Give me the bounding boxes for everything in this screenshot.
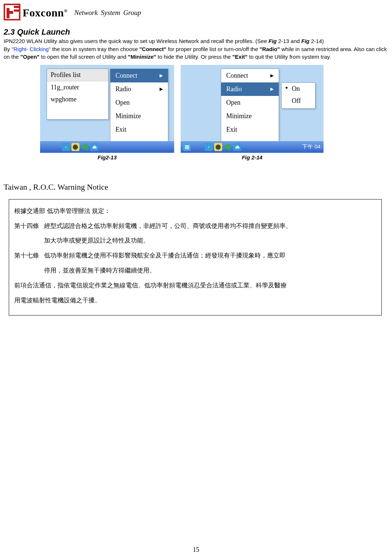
- notice-intro: 根據交通部 低功率管理辦法 規定：: [14, 204, 376, 219]
- profiles-list-header: Profiles list: [47, 69, 108, 81]
- menu-connect[interactable]: Connect ▶: [110, 69, 168, 82]
- svg-rect-2: [14, 9, 19, 12]
- svg-rect-1: [14, 6, 19, 8]
- figure-2-13: Profiles list 11g_router wpghome Connect…: [40, 65, 174, 153]
- taskbar: ‹ ⬤ ⏏: [40, 141, 174, 153]
- profile-item[interactable]: 11g_router: [47, 81, 108, 93]
- notice-tail-2: 用電波輻射性電機設備之干擾。: [14, 293, 376, 308]
- brand-subtitle: Network System Group: [74, 9, 141, 17]
- chevron-right-icon: ▶: [270, 73, 274, 78]
- chevron-right-icon: ▶: [270, 86, 274, 92]
- tray-eject-icon[interactable]: ⏏: [90, 143, 98, 151]
- chevron-right-icon: ▶: [160, 73, 163, 78]
- brand-name: Foxconn®: [23, 7, 68, 19]
- radio-off-option[interactable]: Off: [282, 95, 315, 107]
- tray-back-icon[interactable]: ‹: [62, 143, 70, 151]
- page-number: 15: [0, 546, 392, 554]
- profile-item[interactable]: wpghome: [47, 93, 108, 105]
- tray-app-icon[interactable]: ▦: [183, 143, 191, 151]
- menu-connect[interactable]: Connect ▶: [221, 69, 279, 82]
- figure-caption: Fig2-13: [98, 154, 117, 160]
- tray-signal-icon[interactable]: [81, 143, 89, 151]
- tray-signal-icon[interactable]: [224, 143, 232, 151]
- taskbar: ▦ ‹ ⬤ ⏏ 下午 04:: [181, 141, 324, 153]
- foxconn-logo-icon: [4, 4, 20, 22]
- section-title: 2.3 Quick Launch: [4, 27, 388, 37]
- figure-2-14: Connect ▶ Radio ▶ Open Minimize Exit On …: [181, 65, 324, 153]
- menu-open[interactable]: Open: [110, 96, 168, 109]
- brand-header: Foxconn® Network System Group: [4, 4, 388, 22]
- warning-notice-box: 根據交通部 低功率管理辦法 規定： 第十四條 經型式認證合格之低功率射頻電機，非…: [9, 199, 382, 316]
- menu-exit[interactable]: Exit: [221, 123, 279, 136]
- profiles-list-panel: Profiles list 11g_router wpghome: [47, 69, 109, 120]
- intro-paragraph-2: By "Right- Clicking" the icon in system …: [4, 46, 388, 61]
- menu-radio[interactable]: Radio ▶: [110, 82, 168, 96]
- context-menu: Connect ▶ Radio ▶ Open Minimize Exit: [110, 69, 168, 142]
- tray-back-icon[interactable]: ‹: [205, 143, 213, 151]
- notice-tail-1: 前項合法通信，指依電信規定作業之無線電信。低功率射頻電機須忍受合法通信或工業、科…: [14, 278, 376, 293]
- menu-open[interactable]: Open: [221, 96, 279, 109]
- radio-submenu: On Off: [281, 82, 315, 109]
- article-14: 第十四條 經型式認證合格之低功率射頻電機，非經許可，公司、商號或使用者均不得擅自…: [14, 219, 376, 249]
- article-17: 第十七條 低功率射頻電機之使用不得影響飛航安全及干擾合法通信；經發現有干擾現象時…: [14, 248, 376, 278]
- tray-eject-icon[interactable]: ⏏: [233, 143, 241, 151]
- radio-on-option[interactable]: On: [282, 83, 315, 95]
- menu-exit[interactable]: Exit: [110, 123, 168, 136]
- menu-minimize[interactable]: Minimize: [221, 109, 279, 123]
- figure-caption: Fig 2-14: [242, 154, 263, 160]
- taskbar-clock: 下午 04:: [302, 143, 322, 150]
- tray-shield-icon[interactable]: ⬤: [71, 143, 79, 151]
- menu-minimize[interactable]: Minimize: [110, 109, 168, 123]
- tray-shield-icon[interactable]: ⬤: [214, 143, 222, 151]
- notice-heading: Taiwan , R.O.C. Warning Notice: [4, 182, 388, 192]
- menu-radio[interactable]: Radio ▶: [221, 82, 279, 96]
- chevron-right-icon: ▶: [160, 86, 163, 92]
- context-menu: Connect ▶ Radio ▶ Open Minimize Exit: [221, 69, 279, 142]
- intro-paragraph-1: IPN2220 WLAN Utility also gives users th…: [4, 38, 388, 45]
